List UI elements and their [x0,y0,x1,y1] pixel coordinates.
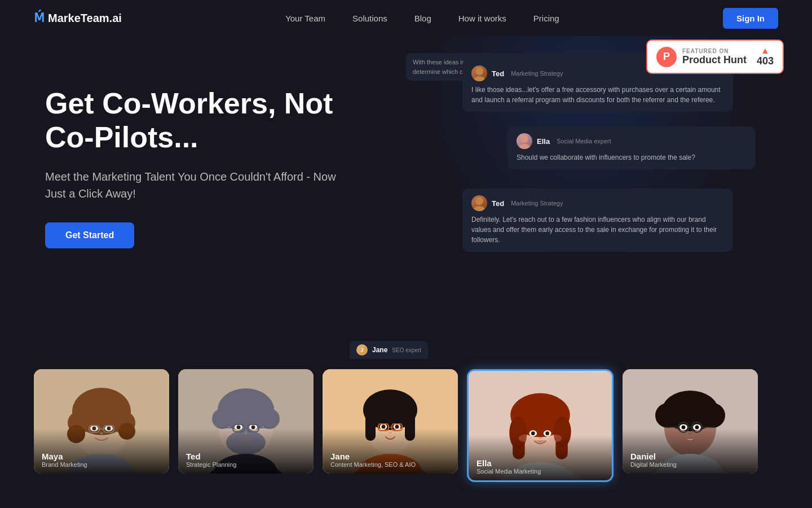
nav-links: Your Team Solutions Blog How it works Pr… [285,14,559,23]
jane-info: Jane Content Marketing, SEO & AIO [330,452,416,468]
team-card-jane[interactable]: Jane Content Marketing, SEO & AIO [323,369,458,474]
ella-role: Social Media Marketing [476,468,541,475]
signin-button[interactable]: Sign In [723,8,778,29]
nav-solutions[interactable]: Solutions [352,14,387,23]
ella-info: Ella Social Media Marketing [476,458,541,475]
team-scroll: Maya Brand Marketing [0,360,812,491]
svg-point-79 [671,400,687,415]
maya-name: Maya [42,452,87,461]
hero-section: Get Co-Workers, Not Co-Pilots... Meet th… [0,36,812,330]
ella-name: Ella [476,458,541,468]
jane-preview-bar: J Jane SEO expert [350,341,428,359]
chat-text-1: I like those ideas...let's offer a free … [471,85,724,105]
chat-name-2: Ella [537,137,550,146]
chat-text-3: Definitely. Let's reach out to a few fas… [471,214,724,245]
maya-role: Brand Marketing [42,461,87,468]
jane-role-small: SEO expert [392,347,421,353]
team-card-maya[interactable]: Maya Brand Marketing [34,369,169,474]
svg-point-0 [475,67,483,75]
product-hunt-badge[interactable]: P FEATURED ON Product Hunt ▲ 403 [646,40,784,74]
chat-header-2: Ella Social Media expert [517,133,747,149]
nav-pricing[interactable]: Pricing [533,14,559,23]
ph-text-block: FEATURED ON Product Hunt [682,48,747,66]
chat-message-2: Ella Social Media expert Should we colla… [508,126,756,169]
nav-how-it-works[interactable]: How it works [458,14,506,23]
team-card-ted[interactable]: Ted Strategic Planning [178,369,314,474]
hero-left: Get Co-Workers, Not Co-Pilots... Meet th… [45,70,338,330]
chat-avatar-ella [517,133,532,149]
hero-title: Get Co-Workers, Not Co-Pilots... [45,87,338,155]
navbar: Ḿ MarkeTeam.ai Your Team Solutions Blog … [0,0,812,36]
ph-product-name: Product Hunt [682,54,747,66]
team-card-ella[interactable]: Ella Social Media Marketing [467,369,614,482]
nav-blog[interactable]: Blog [414,14,431,23]
jane-name-small: Jane [372,346,387,354]
team-section: J Jane SEO expert [0,330,812,508]
ph-logo-icon: P [656,47,677,67]
ph-number: 403 [757,55,774,67]
chat-avatar-ted-1 [471,65,487,81]
team-card-daniel[interactable]: Daniel Digital Marketing [623,369,758,474]
get-started-button[interactable]: Get Started [45,222,134,248]
maya-info: Maya Brand Marketing [42,452,87,468]
daniel-name: Daniel [630,452,677,461]
chat-name-3: Ted [492,199,504,208]
chat-text-2: Should we collaborate with influencers t… [517,152,747,163]
hero-subtitle: Meet the Marketing Talent You Once Could… [45,168,338,202]
svg-point-4 [475,197,483,205]
svg-point-80 [694,400,709,415]
chat-avatar-ted-2 [471,195,487,211]
jane-preview-strip: J Jane SEO expert [0,341,812,358]
jane-avatar-small: J [356,344,368,356]
chat-name-1: Ted [492,69,504,78]
ted-info: Ted Strategic Planning [186,452,236,468]
logo-text: MarkeTeam.ai [48,12,122,25]
chat-role-3: Marketing Strategy [511,200,563,207]
svg-point-2 [520,135,528,143]
chat-role-2: Social Media expert [557,138,611,144]
nav-your-team[interactable]: Your Team [285,14,325,23]
svg-point-3 [519,144,530,149]
logo-icon: Ḿ [34,11,45,25]
chat-message-3: Ted Marketing Strategy Definitely. Let's… [462,189,733,252]
hero-chat-panel: With these ideas in mind, let me add to … [361,70,767,330]
ted-role: Strategic Planning [186,461,236,468]
ph-featured-label: FEATURED ON [682,48,747,54]
chat-header-3: Ted Marketing Strategy [471,195,724,211]
ph-count-block: ▲ 403 [757,46,774,67]
ph-triangle-icon: ▲ [761,46,770,55]
ted-name: Ted [186,452,236,461]
svg-point-28 [212,409,232,429]
daniel-role: Digital Marketing [630,461,677,468]
svg-point-1 [474,76,485,81]
svg-point-29 [259,409,280,429]
jane-name: Jane [330,452,416,461]
svg-point-5 [474,206,485,211]
jane-role: Content Marketing, SEO & AIO [330,461,416,468]
chat-role-1: Marketing Strategy [511,70,563,77]
daniel-info: Daniel Digital Marketing [630,452,677,468]
logo[interactable]: Ḿ MarkeTeam.ai [34,11,122,25]
